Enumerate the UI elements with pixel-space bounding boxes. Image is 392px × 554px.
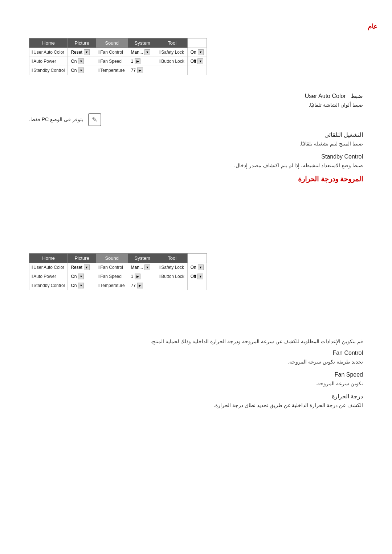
m2-row2-col2-right-icon[interactable]: ▶ — [135, 274, 140, 279]
tab2-system[interactable]: System — [128, 254, 157, 263]
row2-col2-right-icon[interactable]: ▶ — [135, 58, 140, 64]
row2-label: Auto Power — [29, 57, 68, 66]
edit-icon: ✎ — [92, 116, 97, 124]
m2-row3-col3-empty — [157, 281, 187, 290]
fan-intro-text: قم بتكوين الإعدادات المطلوبة للكشف عن سر… — [29, 337, 363, 346]
row2-col3-label: Button Lock — [157, 57, 187, 66]
section-general: ضبط User Auto Color ضبط ألوان الشاشة تلق… — [29, 93, 363, 186]
m2-row1-val[interactable]: Reset ▼ — [68, 263, 96, 272]
fan-speed-text: تكوين سرعة المروحة. — [29, 379, 363, 388]
menu-block-1: Home Picture Sound System Tool User Auto… — [29, 38, 207, 75]
user-auto-color-heading: ضبط User Auto Color — [29, 93, 363, 99]
m2-row3-col3-val-empty — [187, 281, 207, 290]
auto-power-text: ضبط المنتج ليتم تشغيله تلقائيًا. — [29, 140, 363, 148]
m2-row3-label: Standby Control — [29, 281, 68, 290]
tab-sound-1[interactable]: Sound — [96, 38, 128, 48]
user-auto-color-text: ضبط ألوان الشاشة تلقائيًا. — [29, 101, 363, 110]
page-label: عام — [368, 22, 377, 30]
row3-col3-empty — [157, 66, 187, 75]
m2-row3-col2-label: Temperature — [96, 281, 128, 290]
row1-val[interactable]: Reset ▼ — [68, 48, 96, 57]
m2-row2-col2-label: Fan Speed — [96, 272, 128, 281]
m2-row2-dropdown-icon[interactable]: ▼ — [78, 274, 84, 279]
row2-dropdown-icon[interactable]: ▼ — [78, 58, 84, 64]
m2-row1-col2-label: Fan Control — [96, 263, 128, 272]
auto-power-heading: التشغيل التلقائي — [29, 131, 363, 138]
menu-table-2: Home Picture Sound System Tool User Auto… — [29, 253, 207, 290]
table-row: Standby Control On ▼ Temperature 77 ▶ — [29, 281, 207, 290]
row1-col3-label: Safety Lock — [157, 48, 187, 57]
row2-val[interactable]: On ▼ — [68, 57, 96, 66]
tab2-sound[interactable]: Sound — [96, 254, 128, 263]
row3-label: Standby Control — [29, 66, 68, 75]
row3-col2-val[interactable]: 77 ▶ — [128, 66, 157, 75]
row1-col3-val[interactable]: On ▼ — [187, 48, 207, 57]
m2-row1-dropdown-icon[interactable]: ▼ — [84, 264, 90, 270]
row1-col2-dropdown-icon[interactable]: ▼ — [144, 49, 150, 55]
m2-row1-col2-val[interactable]: Man... ▼ — [128, 263, 157, 272]
m2-row2-col3-val[interactable]: Off ▼ — [187, 272, 207, 281]
row1-col3-dropdown-icon[interactable]: ▼ — [198, 49, 204, 55]
m2-row3-dropdown-icon[interactable]: ▼ — [78, 283, 84, 288]
row3-val[interactable]: On ▼ — [68, 66, 96, 75]
row2-col2-label: Fan Speed — [96, 57, 128, 66]
row3-dropdown-icon[interactable]: ▼ — [78, 67, 84, 73]
row1-col2-val[interactable]: Man... ▼ — [128, 48, 157, 57]
m2-row2-label: Auto Power — [29, 272, 68, 281]
standby-control-section: Standby Control ضبط وضع الاستعداد لتنشيط… — [29, 153, 363, 170]
m2-row1-col3-label: Safety Lock — [157, 263, 187, 272]
m2-row1-col3-dropdown-icon[interactable]: ▼ — [198, 264, 204, 270]
tab2-picture[interactable]: Picture — [68, 254, 96, 263]
row1-label: User Auto Color — [29, 48, 68, 57]
m2-row3-col2-val[interactable]: 77 ▶ — [128, 281, 157, 290]
table-row: Standby Control On ▼ Temperature 77 ▶ — [29, 66, 207, 75]
standby-control-text: ضبط وضع الاستعداد لتنشيطه، إذا لم يتم اك… — [29, 161, 363, 170]
tab-home-1[interactable]: Home — [29, 38, 68, 48]
tab-tool-1[interactable]: Tool — [157, 38, 187, 48]
row3-col3-val-empty — [187, 66, 207, 75]
auto-power-section: التشغيل التلقائي ضبط المنتج ليتم تشغيله … — [29, 131, 363, 148]
heading-prefix: ضبط — [351, 93, 363, 99]
m2-row3-col2-right-icon[interactable]: ▶ — [137, 283, 143, 288]
row2-col3-dropdown-icon[interactable]: ▼ — [197, 58, 203, 64]
tab-picture-1[interactable]: Picture — [68, 38, 96, 48]
fan-control-heading: Fan Control — [29, 350, 363, 356]
row1-dropdown-icon[interactable]: ▼ — [84, 49, 90, 55]
temperature-section: درجة الحرارة الكشف عن درجة الحرارة الداخ… — [29, 393, 363, 410]
standby-control-heading: Standby Control — [29, 153, 363, 160]
heading-en-text: User Auto Color — [305, 93, 346, 99]
temperature-text: الكشف عن درجة الحرارة الداخلية عن طريق ت… — [29, 401, 363, 410]
m2-row1-col3-val[interactable]: On ▼ — [187, 263, 207, 272]
tab2-tool[interactable]: Tool — [157, 254, 187, 263]
tab-system-1[interactable]: System — [128, 38, 157, 48]
fan-control-section: Fan Control تحديد طريقة تكوين سرعة المرو… — [29, 350, 363, 366]
row2-col2-val[interactable]: 1 ▶ — [128, 57, 157, 66]
menu-table-1: Home Picture Sound System Tool User Auto… — [29, 38, 207, 75]
tab2-home[interactable]: Home — [29, 254, 68, 263]
table-row: User Auto Color Reset ▼ Fan Control Man.… — [29, 48, 207, 57]
m2-row2-col3-label: Button Lock — [157, 272, 187, 281]
fan-speed-heading: Fan Speed — [29, 372, 363, 378]
m2-row2-val[interactable]: On ▼ — [68, 272, 96, 281]
m2-row2-col2-val[interactable]: 1 ▶ — [128, 272, 157, 281]
fan-control-text: تحديد طريقة تكوين سرعة المروحة. — [29, 358, 363, 366]
m2-row1-label: User Auto Color — [29, 263, 68, 272]
row3-col2-label: Temperature — [96, 66, 128, 75]
section-fan: قم بتكوين الإعدادات المطلوبة للكشف عن سر… — [29, 290, 363, 415]
user-auto-color-section: ضبط User Auto Color ضبط ألوان الشاشة تلق… — [29, 93, 363, 126]
table-row: Auto Power On ▼ Fan Speed 1 ▶ Button Loc… — [29, 57, 207, 66]
menu-block-2: Home Picture Sound System Tool User Auto… — [29, 253, 207, 290]
temperature-heading: درجة الحرارة — [29, 393, 363, 400]
m2-row1-col2-dropdown-icon[interactable]: ▼ — [144, 264, 150, 270]
row3-col2-right-icon[interactable]: ▶ — [137, 67, 143, 73]
row1-col2-label: Fan Control — [96, 48, 128, 57]
pc-mode-row: يتوفر في الوضع PC فقط. ✎ — [29, 113, 363, 126]
m2-row2-col3-dropdown-icon[interactable]: ▼ — [197, 274, 203, 279]
m2-row3-val[interactable]: On ▼ — [68, 281, 96, 290]
pc-mode-text: يتوفر في الوضع PC فقط. — [29, 115, 83, 124]
pc-mode-icon: ✎ — [88, 113, 101, 126]
row2-col3-val[interactable]: Off ▼ — [187, 57, 207, 66]
table-row: User Auto Color Reset ▼ Fan Control Man.… — [29, 263, 207, 272]
fan-heat-heading: المروحة ودرجة الحرارة — [29, 175, 363, 183]
table-row: Auto Power On ▼ Fan Speed 1 ▶ Button Loc… — [29, 272, 207, 281]
